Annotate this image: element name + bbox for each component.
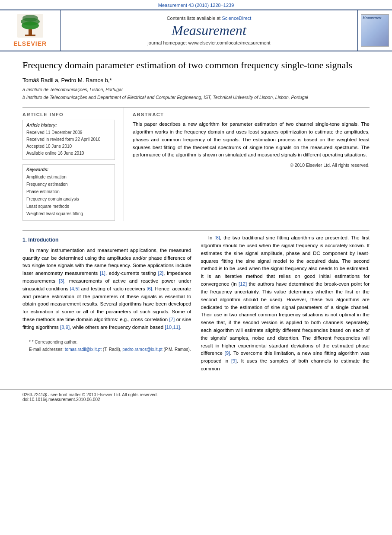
journal-title-display: Measurement	[172, 22, 246, 38]
header-logo-area: ELSEVIER	[0, 10, 61, 51]
doi-bottom: doi:10.1016/j.measurement.2010.06.002	[22, 397, 370, 402]
body-columns: 1. Introduction In many instrumentation …	[22, 230, 370, 376]
ref-7[interactable]: [7]	[169, 317, 175, 322]
svg-point-3	[22, 22, 39, 29]
received-1: Received 11 December 2009	[26, 129, 111, 136]
svg-rect-5	[25, 35, 35, 36]
journal-header: ELSEVIER Contents lists available at Sci…	[0, 10, 392, 51]
affiliation-b: b Instituto de Telecomunicações and Depa…	[22, 94, 370, 101]
ref-9-b[interactable]: [9]	[231, 358, 237, 363]
kw2: Frequency estimation	[26, 181, 111, 188]
received-revised: Received in revised form 22 April 2010	[26, 136, 111, 143]
abstract-heading: ABSTRACT	[133, 112, 370, 117]
copyright-bottom: 0263-2241/$ - see front matter © 2010 El…	[22, 392, 370, 397]
affiliations: a Instituto de Telecomunicações, Lisbon,…	[22, 86, 370, 102]
article-info-heading: ARTICLE INFO	[22, 112, 115, 117]
email-2-link[interactable]: pedro.ramos@lx.it.pt	[122, 347, 162, 352]
footnotes: * * Corresponding author. E-mail address…	[22, 336, 191, 353]
article-history-box: Article history: Received 11 December 20…	[22, 120, 115, 160]
body-column-left: 1. Introduction In many instrumentation …	[22, 234, 191, 376]
header-right: Measurement	[357, 10, 392, 51]
svg-rect-4	[29, 29, 32, 35]
intro-heading: 1. Introduction	[22, 236, 191, 244]
abstract-text: This paper describes a new algorithm for…	[133, 121, 370, 159]
ref-3[interactable]: [3]	[59, 278, 64, 283]
sciencedirect-link[interactable]: ScienceDirect	[222, 16, 251, 21]
ref-9-right[interactable]: [9]	[224, 350, 230, 356]
journal-url: journal homepage: www.elsevier.com/locat…	[147, 40, 270, 45]
elsevier-brand-text: ELSEVIER	[13, 40, 47, 47]
article-content: Frequency domain parameter estimation of…	[0, 51, 392, 385]
info-abstract-section: ARTICLE INFO Article history: Received 1…	[22, 107, 370, 221]
kw3: Phase estimation	[26, 188, 111, 195]
accepted: Accepted 10 June 2010	[26, 143, 111, 150]
elsevier-tree-icon	[17, 14, 43, 38]
authors-line: Tomáš Radil a, Pedro M. Ramos b,*	[22, 77, 370, 83]
ref-4-5[interactable]: [4,5]	[70, 286, 80, 291]
elsevier-logo: ELSEVIER	[13, 14, 47, 47]
history-label: Article history:	[26, 123, 111, 127]
kw6: Weighted least squares fitting	[26, 210, 111, 217]
journal-thumbnail: Measurement	[361, 14, 389, 47]
abstract-column: ABSTRACT This paper describes a new algo…	[124, 108, 370, 221]
article-info-column: ARTICLE INFO Article history: Received 1…	[22, 108, 124, 221]
ref-8-right[interactable]: [8]	[214, 235, 220, 240]
body-column-right: In [8], the two traditional sine fitting…	[201, 234, 370, 376]
citation-bar: Measurement 43 (2010) 1228–1239	[0, 0, 392, 10]
intro-para1: In many instrumentation and measurement …	[22, 247, 191, 331]
keywords-box: Keywords: Amplitude estimation Frequency…	[22, 164, 115, 221]
affiliation-a: a Instituto de Telecomunicações, Lisbon,…	[22, 86, 370, 93]
ref-2[interactable]: [2]	[158, 271, 164, 276]
available-online: Available online 16 June 2010	[26, 150, 111, 156]
corresponding-label: * * Corresponding author.	[22, 339, 191, 345]
contents-line: Contents lists available at ScienceDirec…	[167, 16, 252, 21]
keywords-label: Keywords:	[26, 167, 111, 172]
ref-12[interactable]: [12]	[239, 281, 247, 287]
kw1: Amplitude estimation	[26, 174, 111, 181]
journal-citation: Measurement 43 (2010) 1228–1239	[158, 3, 234, 8]
page-container: Measurement 43 (2010) 1228–1239 ELSEVIER	[0, 0, 392, 535]
abstract-copyright: © 2010 Elsevier Ltd. All rights reserved…	[133, 162, 370, 168]
ref-1[interactable]: [1]	[100, 271, 105, 276]
email-line: E-mail addresses: tomas.radil@lx.it.pt (…	[22, 346, 191, 353]
bottom-bar: 0263-2241/$ - see front matter © 2010 El…	[0, 389, 392, 404]
ref-10-11[interactable]: [10,11]	[165, 325, 180, 330]
kw4: Frequency domain analysis	[26, 196, 111, 203]
ref-6[interactable]: [6]	[147, 286, 152, 291]
kw5: Least square methods	[26, 203, 111, 210]
email-1-link[interactable]: tomas.radil@lx.it.pt	[65, 347, 102, 352]
ref-8-9[interactable]: [8,9]	[60, 325, 70, 330]
header-center: Contents lists available at ScienceDirec…	[61, 10, 357, 51]
right-para1: In [8], the two traditional sine fitting…	[201, 234, 370, 373]
article-title: Frequency domain parameter estimation of…	[22, 59, 370, 72]
